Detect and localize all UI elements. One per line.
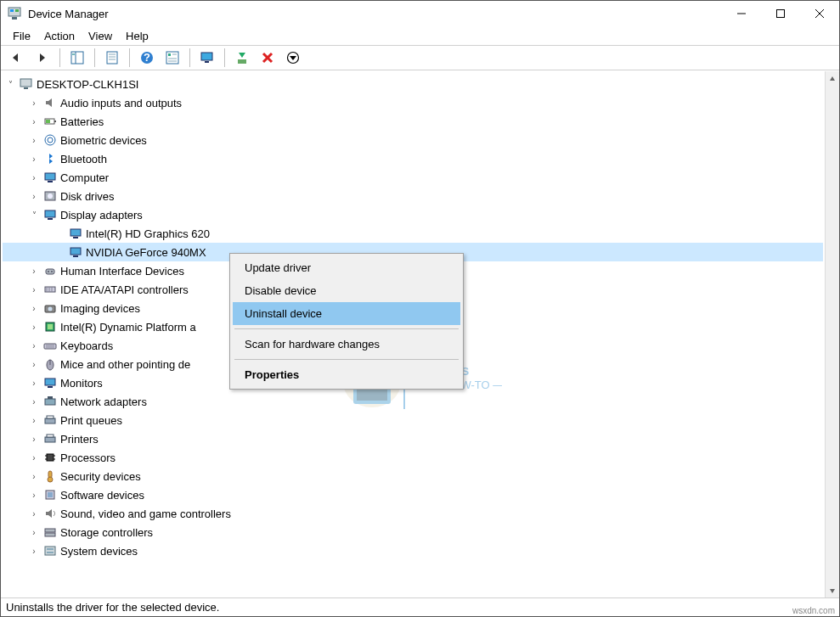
window-controls [722, 1, 839, 26]
category-node[interactable]: ›Printers [3, 429, 823, 448]
node-label: Biometric devices [60, 134, 147, 147]
menu-view[interactable]: View [82, 28, 119, 44]
svg-rect-85 [47, 548, 54, 550]
x-delete-icon [261, 51, 274, 65]
category-node[interactable]: ›Print queues [3, 411, 823, 429]
svg-rect-60 [44, 344, 56, 349]
category-node[interactable]: ›System devices [3, 541, 823, 560]
expand-icon[interactable]: › [28, 190, 40, 202]
action-menu-button[interactable] [161, 48, 183, 68]
expand-icon[interactable]: › [28, 153, 40, 165]
vertical-scrollbar[interactable] [825, 71, 839, 597]
minimize-button[interactable] [722, 1, 761, 26]
context-menu-item[interactable]: Properties [233, 363, 460, 386]
expand-icon[interactable]: ˅ [28, 209, 40, 221]
node-label: Software devices [60, 489, 144, 502]
expand-icon[interactable]: › [28, 97, 40, 109]
close-button[interactable] [800, 1, 839, 26]
context-menu-item[interactable]: Uninstall device [233, 302, 460, 325]
properties-button[interactable] [101, 48, 123, 68]
expand-icon[interactable]: › [28, 508, 40, 519]
svg-marker-8 [13, 53, 18, 62]
svg-rect-20 [168, 53, 171, 56]
show-hide-tree-button[interactable] [66, 48, 88, 68]
category-node[interactable]: ›Software devices [3, 485, 823, 504]
update-driver-button[interactable] [231, 48, 253, 68]
content-area: ˅DESKTOP-CLKH1SI›Audio inputs and output… [1, 70, 839, 597]
svg-rect-33 [24, 87, 28, 89]
attribution-text: wsxdn.com [792, 606, 835, 615]
arrow-left-icon [10, 52, 24, 64]
node-label: Imaging devices [60, 302, 140, 315]
node-label: Storage controllers [60, 526, 153, 539]
svg-rect-86 [47, 552, 54, 553]
category-node[interactable]: ›Disk drives [3, 187, 823, 205]
category-node[interactable]: ›Storage controllers [3, 523, 823, 541]
expand-icon[interactable]: › [28, 171, 40, 183]
context-menu-item[interactable]: Scan for hardware changes [233, 333, 460, 356]
expand-icon[interactable]: › [28, 414, 40, 426]
svg-marker-88 [830, 589, 835, 593]
category-node[interactable]: ›Sound, video and game controllers [3, 504, 823, 523]
menu-file[interactable]: File [6, 28, 37, 44]
category-node[interactable]: ˅Display adapters [3, 205, 823, 224]
expand-icon[interactable]: › [28, 545, 40, 557]
expand-icon[interactable]: › [28, 115, 40, 127]
node-label: Human Interface Devices [60, 265, 184, 278]
category-node[interactable]: ›Computer [3, 168, 823, 187]
titlebar[interactable]: Device Manager [1, 1, 839, 26]
help-button[interactable]: ? [136, 48, 158, 68]
expand-icon[interactable]: › [28, 395, 40, 407]
context-menu: Update driverDisable deviceUninstall dev… [229, 253, 464, 390]
scan-hardware-button[interactable] [196, 48, 218, 68]
expand-icon[interactable]: › [28, 321, 40, 333]
node-label: Mice and other pointing de [60, 358, 190, 371]
maximize-button[interactable] [761, 1, 800, 26]
list-icon [166, 51, 179, 65]
category-node[interactable]: ›Network adapters [3, 392, 823, 411]
disable-device-button[interactable] [282, 48, 304, 68]
category-node[interactable]: ›Batteries [3, 112, 823, 131]
menu-help[interactable]: Help [119, 28, 155, 44]
expand-icon[interactable]: › [28, 377, 40, 389]
svg-rect-72 [47, 435, 54, 437]
expand-icon[interactable]: › [28, 433, 40, 445]
context-menu-item[interactable]: Update driver [233, 256, 460, 279]
expand-icon[interactable]: › [28, 339, 40, 351]
node-label: Security devices [60, 470, 141, 483]
expand-icon[interactable]: › [28, 283, 40, 295]
expand-icon[interactable]: › [28, 302, 40, 314]
menu-separator [234, 328, 459, 329]
device-node[interactable]: Intel(R) HD Graphics 620 [3, 224, 823, 243]
tree-root[interactable]: ˅DESKTOP-CLKH1SI [3, 75, 823, 93]
separator [59, 48, 60, 67]
category-node[interactable]: ›Biometric devices [3, 131, 823, 149]
svg-rect-47 [70, 248, 81, 255]
svg-rect-59 [48, 324, 53, 329]
svg-rect-12 [72, 53, 75, 55]
expand-icon[interactable]: › [28, 358, 40, 370]
uninstall-device-button[interactable] [257, 48, 279, 68]
forward-button[interactable] [31, 48, 54, 68]
category-node[interactable]: ›Bluetooth [3, 149, 823, 168]
expand-icon[interactable]: › [28, 134, 40, 146]
svg-rect-67 [45, 399, 55, 405]
category-node[interactable]: ›Audio inputs and outputs [3, 93, 823, 112]
expand-icon[interactable]: › [28, 526, 40, 538]
category-node[interactable]: ›Processors [3, 448, 823, 467]
scroll-down-button[interactable] [826, 583, 839, 597]
app-icon [8, 7, 21, 20]
node-label: Display adapters [60, 209, 143, 222]
expand-icon[interactable]: › [28, 452, 40, 463]
expand-icon[interactable]: › [28, 489, 40, 501]
expand-icon[interactable]: › [28, 470, 40, 482]
scroll-up-button[interactable] [826, 71, 839, 86]
back-button[interactable] [6, 48, 28, 68]
menu-action[interactable]: Action [37, 28, 82, 44]
collapse-icon[interactable]: ˅ [4, 78, 16, 90]
window-title: Device Manager [28, 8, 722, 20]
category-node[interactable]: ›Security devices [3, 467, 823, 485]
node-label: Intel(R) Dynamic Platform a [60, 321, 196, 334]
context-menu-item[interactable]: Disable device [233, 279, 460, 302]
expand-icon[interactable]: › [28, 265, 40, 277]
